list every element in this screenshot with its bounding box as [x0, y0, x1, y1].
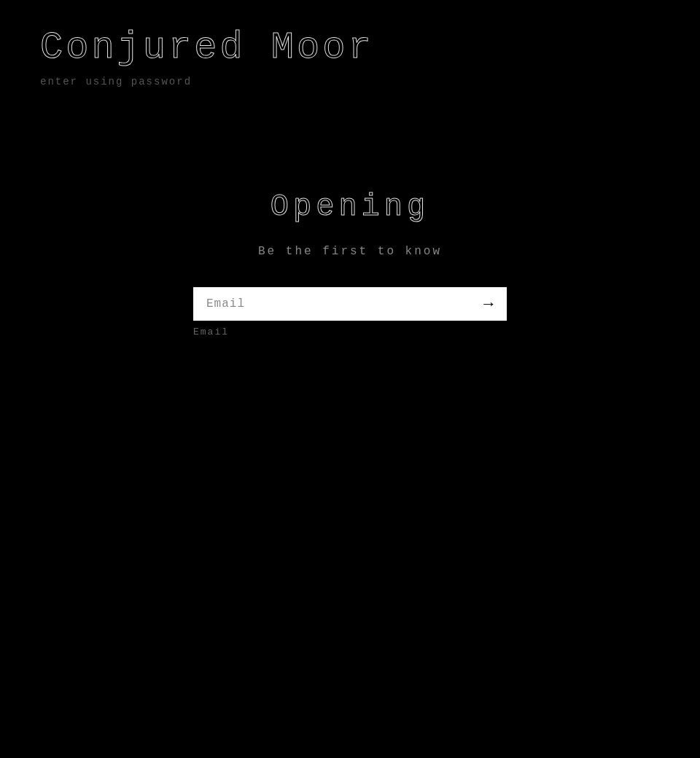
logo-area: Conjured Moor Enter using password	[40, 29, 374, 87]
email-input[interactable]	[193, 287, 507, 321]
opening-subtitle: Be the first to know	[168, 245, 532, 258]
submit-button[interactable]: →	[481, 296, 497, 312]
email-form: → Email	[193, 287, 507, 337]
logo-subtitle: Enter using password	[40, 76, 374, 87]
opening-title: Opening	[168, 190, 532, 224]
page-wrapper: Conjured Moor Enter using password Openi…	[0, 0, 700, 758]
center-content: Opening Be the first to know → Email	[168, 190, 532, 337]
email-label: Email	[193, 327, 507, 337]
email-input-wrapper: →	[193, 287, 507, 321]
logo-title: Conjured Moor	[40, 29, 374, 67]
